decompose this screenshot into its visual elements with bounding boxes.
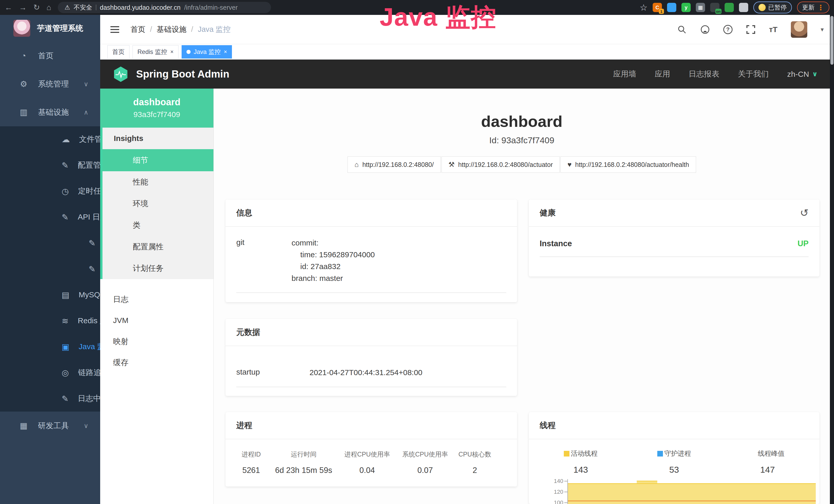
info-card-title: 信息 xyxy=(225,200,517,227)
scrollbar-thumb[interactable] xyxy=(830,16,833,65)
process-stat: 运行时间 6d 23h 15m 59s xyxy=(269,450,338,475)
sidebar-subitem[interactable]: ▤ MySQL 监控 xyxy=(0,282,100,308)
legend-color-swatch xyxy=(564,451,569,457)
sidebar-subitem-icon: ✎ xyxy=(89,264,95,274)
sba-locale-select[interactable]: zh-CN ∨ xyxy=(787,70,817,78)
sba-sidebar-item[interactable]: JVM xyxy=(100,310,214,331)
sba-menu-item[interactable]: 日志报表 xyxy=(688,69,720,79)
process-stat-header: 进程ID xyxy=(233,450,269,459)
sidebar-subitem[interactable]: ✎ 错误日志 xyxy=(0,256,100,282)
help-icon[interactable]: ? xyxy=(723,25,732,34)
health-row-label: Instance xyxy=(540,239,572,248)
info-value-line: commit: xyxy=(291,237,506,249)
sba-menu-item[interactable]: 配置属性 xyxy=(103,236,214,257)
sidebar-subitem[interactable]: ▣ Java 监控 xyxy=(0,334,100,360)
search-icon[interactable] xyxy=(677,25,687,35)
extension-icon[interactable] xyxy=(725,3,734,12)
sba-sidebar-item[interactable]: 日志 xyxy=(100,289,214,310)
tag-label: 首页 xyxy=(112,48,125,56)
extension-icon[interactable]: y xyxy=(681,3,691,12)
paused-pill[interactable]: 已暂停 xyxy=(753,2,792,13)
threads-legend-entry[interactable]: 线程峰值 147 xyxy=(721,449,814,475)
tag-item[interactable]: Redis 监控 × xyxy=(133,45,178,59)
legend-value: 147 xyxy=(721,465,814,475)
sidebar-subitem[interactable]: ✎ API 日志 ∧ xyxy=(0,204,100,230)
breadcrumb-item[interactable]: 首页 xyxy=(130,24,157,35)
sba-sidebar-item[interactable]: 缓存 xyxy=(100,352,214,373)
sidebar-subitem[interactable]: ✎ 配置管理 xyxy=(0,152,100,178)
extension-icon[interactable] xyxy=(739,3,748,12)
sidebar-item-icon: ⚙ xyxy=(19,79,29,89)
back-icon[interactable]: ← xyxy=(5,4,12,11)
process-stat: 进程ID 5261 xyxy=(233,450,269,475)
sba-menu-item[interactable]: 性能 xyxy=(103,171,214,193)
sba-menu-item[interactable]: 关于我们 xyxy=(738,69,769,79)
sidebar-subitem[interactable]: ☁ 文件管理 xyxy=(0,126,100,152)
github-icon[interactable] xyxy=(700,25,710,35)
info-value-line: id: 27aa832 xyxy=(291,260,506,272)
sidebar-subitem[interactable]: ✎ 日志中心 xyxy=(0,386,100,412)
bookmark-star-icon[interactable]: ☆ xyxy=(640,2,648,13)
sba-instance-header[interactable]: dashboard 93a3fc7f7409 xyxy=(100,89,214,128)
sba-menu-item[interactable]: 应用墙 xyxy=(613,69,636,79)
browser-scrollbar[interactable] xyxy=(830,15,834,504)
tag-active-dot xyxy=(186,50,191,54)
threads-legend-entry[interactable]: 活动线程 143 xyxy=(534,449,628,475)
home-icon[interactable]: ⌂ xyxy=(46,4,51,11)
url-domain[interactable]: dashboard.yudao.iocoder.cn xyxy=(100,4,180,11)
extension-icon[interactable] xyxy=(667,3,676,12)
url-path: /infra/admin-server xyxy=(184,4,238,11)
menu-dots-icon[interactable]: ⋮ xyxy=(817,3,824,12)
forward-icon[interactable]: → xyxy=(19,4,27,11)
app-logo-row[interactable]: 芋道管理系统 xyxy=(0,15,100,42)
sidebar-item[interactable]: ◔ 首页 xyxy=(0,42,100,70)
font-size-icon[interactable]: тT xyxy=(769,25,777,34)
user-avatar[interactable] xyxy=(791,21,807,38)
threads-legend-entry[interactable]: 守护进程 53 xyxy=(628,449,721,475)
extension-icon[interactable]: ▦ xyxy=(696,3,705,12)
sidebar-item-icon: ◔ xyxy=(19,51,29,61)
breadcrumb-item[interactable]: Java 监控 xyxy=(198,24,231,35)
breadcrumb-item[interactable]: 基础设施 xyxy=(157,24,198,35)
instance-url-button[interactable]: ♥ http://192.168.0.2:48080/actuator/heal… xyxy=(561,156,696,173)
sidebar-subitem[interactable]: ≋ Redis 监控 xyxy=(0,308,100,334)
legend-value: 143 xyxy=(534,465,628,475)
sba-menu-item[interactable]: 计划任务 xyxy=(103,257,214,279)
instance-url-button[interactable]: ⌂ http://192.168.0.2:48080/ xyxy=(348,156,440,173)
reload-icon[interactable]: ↻ xyxy=(34,4,40,11)
update-button[interactable]: 更新 ⋮ xyxy=(797,2,829,13)
hamburger-icon[interactable] xyxy=(110,26,119,33)
address-bar[interactable]: ⚠ 不安全 dashboard.yudao.iocoder.cn /infra/… xyxy=(58,2,271,13)
sba-sidebar-item[interactable]: 映射 xyxy=(100,331,214,352)
sidebar-subitem[interactable]: ◷ 定时任务 xyxy=(0,178,100,204)
sidebar-subitem[interactable]: ✎ 访问日志 xyxy=(0,230,100,256)
row-divider xyxy=(540,256,809,257)
sba-menu-item[interactable]: 类 xyxy=(103,214,214,236)
history-icon[interactable]: ↺ xyxy=(800,207,809,219)
metadata-row-value: 2021-04-27T00:44:31.254+08:00 xyxy=(309,367,506,379)
extension-icon[interactable]: on xyxy=(710,3,720,12)
tag-item[interactable]: Java 监控 × xyxy=(182,45,232,59)
security-label[interactable]: 不安全 xyxy=(74,3,92,12)
sidebar-item[interactable]: ▥ 基础设施 ∧ xyxy=(0,98,100,126)
sba-brand[interactable]: Spring Boot Admin xyxy=(136,68,229,80)
extension-glyph: ▦ xyxy=(698,4,703,10)
process-stat-header: 系统CPU使用率 xyxy=(396,450,454,459)
fullscreen-icon[interactable] xyxy=(746,25,756,35)
sba-menu-item[interactable]: 应用 xyxy=(655,69,670,79)
sidebar-subitem[interactable]: ◎ 链路追踪 xyxy=(0,360,100,386)
tag-close-icon[interactable]: × xyxy=(170,48,174,55)
sba-menu-item[interactable]: 环境 xyxy=(103,193,214,214)
extension-icon[interactable]: C 1 xyxy=(653,3,662,12)
sidebar-item-label: 首页 xyxy=(38,51,53,61)
sidebar-item[interactable]: ⚙ 系统管理 ∨ xyxy=(0,70,100,98)
threads-card-title: 线程 xyxy=(529,412,819,439)
instance-url-button[interactable]: ⚒ http://192.168.0.2:48080/actuator xyxy=(441,156,560,173)
avatar-caret-icon[interactable]: ▾ xyxy=(821,26,824,33)
sba-menu-item[interactable]: 细节 xyxy=(103,149,214,171)
sidebar-item[interactable]: ▦ 研发工具 ∨ xyxy=(0,412,100,440)
extension-badge: 1 xyxy=(659,9,664,14)
tag-close-icon[interactable]: × xyxy=(224,48,227,55)
sba-instance-name: dashboard xyxy=(100,97,214,108)
tag-item[interactable]: 首页 xyxy=(107,45,129,59)
